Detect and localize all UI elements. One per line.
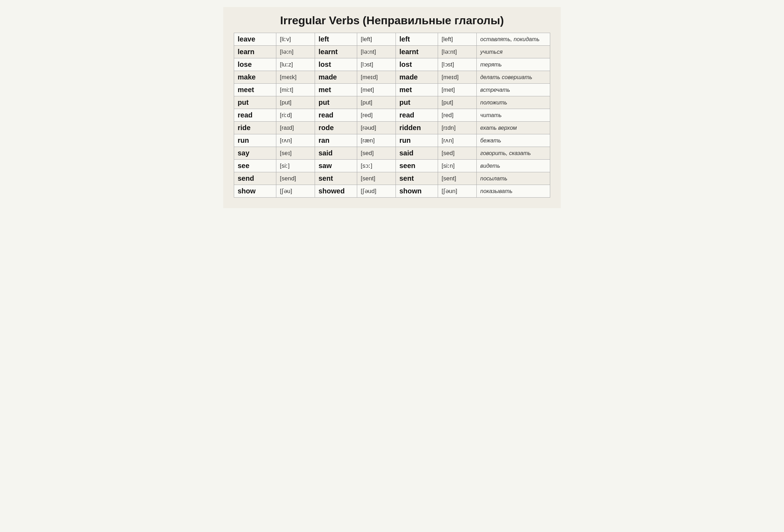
base-form: put: [234, 96, 276, 109]
past-form: put: [315, 96, 357, 109]
base-form: show: [234, 185, 276, 198]
past-pron: [ləːnt]: [357, 46, 396, 58]
pp-form: read: [396, 109, 438, 122]
pp-pron: [met]: [438, 84, 477, 96]
table-row: see [siː] saw [sɔː] seen [siːn] видеть: [234, 160, 550, 172]
past-pron: [left]: [357, 33, 396, 46]
base-form: meet: [234, 84, 276, 96]
past-form: sent: [315, 172, 357, 185]
meaning: делать совершать: [477, 71, 550, 84]
base-pron: [raɪd]: [276, 122, 315, 134]
pp-pron: [ʃəun]: [438, 185, 477, 198]
pp-form: ridden: [396, 122, 438, 134]
past-pron: [sent]: [357, 172, 396, 185]
base-form: ride: [234, 122, 276, 134]
meaning: посылать: [477, 172, 550, 185]
past-form: made: [315, 71, 357, 84]
meaning: читать: [477, 109, 550, 122]
past-pron: [sɔː]: [357, 160, 396, 172]
pp-form: lost: [396, 58, 438, 71]
pp-form: shown: [396, 185, 438, 198]
table-row: show [ʃəu] showed [ʃəud] shown [ʃəun] по…: [234, 185, 550, 198]
base-pron: [seɪ]: [276, 147, 315, 160]
pp-pron: [sed]: [438, 147, 477, 160]
base-form: lose: [234, 58, 276, 71]
past-pron: [met]: [357, 84, 396, 96]
meaning: говорить, сказать: [477, 147, 550, 160]
table-row: learn [ləːn] learnt [ləːnt] learnt [ləːn…: [234, 46, 550, 58]
table-row: ride [raɪd] rode [rəud] ridden [rɪdn] ех…: [234, 122, 550, 134]
past-pron: [meɪd]: [357, 71, 396, 84]
pp-form: said: [396, 147, 438, 160]
page-title: Irregular Verbs (Неправильные глаголы): [234, 14, 550, 27]
pp-pron: [rɪdn]: [438, 122, 477, 134]
pp-form: sent: [396, 172, 438, 185]
past-form: rode: [315, 122, 357, 134]
meaning: учиться: [477, 46, 550, 58]
base-pron: [put]: [276, 96, 315, 109]
pp-form: learnt: [396, 46, 438, 58]
pp-pron: [left]: [438, 33, 477, 46]
meaning: видеть: [477, 160, 550, 172]
past-pron: [rəud]: [357, 122, 396, 134]
table-row: send [send] sent [sent] sent [sent] посы…: [234, 172, 550, 185]
base-pron: [luːz]: [276, 58, 315, 71]
base-form: make: [234, 71, 276, 84]
base-pron: [liːv]: [276, 33, 315, 46]
meaning: терять: [477, 58, 550, 71]
base-form: learn: [234, 46, 276, 58]
page-container: Irregular Verbs (Неправильные глаголы) l…: [223, 7, 561, 208]
pp-pron: [ləːnt]: [438, 46, 477, 58]
base-pron: [ləːn]: [276, 46, 315, 58]
pp-pron: [lɔst]: [438, 58, 477, 71]
past-form: met: [315, 84, 357, 96]
base-form: send: [234, 172, 276, 185]
meaning: оставлять, покидать: [477, 33, 550, 46]
table-row: say [seɪ] said [sed] said [sed] говорить…: [234, 147, 550, 160]
base-pron: [meɪk]: [276, 71, 315, 84]
past-form: showed: [315, 185, 357, 198]
meaning: ехать верхом: [477, 122, 550, 134]
pp-pron: [meɪd]: [438, 71, 477, 84]
base-form: read: [234, 109, 276, 122]
meaning: положить: [477, 96, 550, 109]
verb-table: leave [liːv] left [left] left [left] ост…: [234, 33, 550, 198]
base-pron: [miːt]: [276, 84, 315, 96]
past-pron: [red]: [357, 109, 396, 122]
past-pron: [ræn]: [357, 134, 396, 147]
base-pron: [rʌn]: [276, 134, 315, 147]
meaning: встречать: [477, 84, 550, 96]
past-pron: [sed]: [357, 147, 396, 160]
base-form: say: [234, 147, 276, 160]
meaning: показывать: [477, 185, 550, 198]
past-form: saw: [315, 160, 357, 172]
past-pron: [lɔst]: [357, 58, 396, 71]
pp-form: met: [396, 84, 438, 96]
pp-form: made: [396, 71, 438, 84]
pp-pron: [sent]: [438, 172, 477, 185]
past-form: learnt: [315, 46, 357, 58]
base-pron: [send]: [276, 172, 315, 185]
pp-form: seen: [396, 160, 438, 172]
table-row: read [riːd] read [red] read [red] читать: [234, 109, 550, 122]
past-form: lost: [315, 58, 357, 71]
past-pron: [ʃəud]: [357, 185, 396, 198]
pp-form: run: [396, 134, 438, 147]
table-row: leave [liːv] left [left] left [left] ост…: [234, 33, 550, 46]
table-row: lose [luːz] lost [lɔst] lost [lɔst] теря…: [234, 58, 550, 71]
past-form: ran: [315, 134, 357, 147]
pp-pron: [siːn]: [438, 160, 477, 172]
base-pron: [ʃəu]: [276, 185, 315, 198]
base-form: see: [234, 160, 276, 172]
base-form: leave: [234, 33, 276, 46]
pp-pron: [put]: [438, 96, 477, 109]
table-row: put [put] put [put] put [put] положить: [234, 96, 550, 109]
past-form: read: [315, 109, 357, 122]
base-form: run: [234, 134, 276, 147]
pp-form: left: [396, 33, 438, 46]
pp-form: put: [396, 96, 438, 109]
table-row: meet [miːt] met [met] met [met] встречат…: [234, 84, 550, 96]
table-row: run [rʌn] ran [ræn] run [rʌn] бежать: [234, 134, 550, 147]
pp-pron: [red]: [438, 109, 477, 122]
past-form: left: [315, 33, 357, 46]
